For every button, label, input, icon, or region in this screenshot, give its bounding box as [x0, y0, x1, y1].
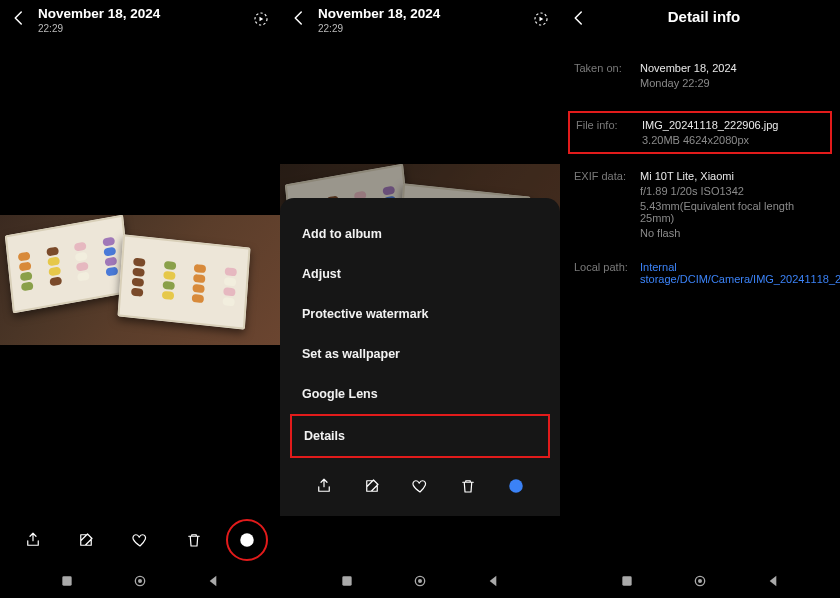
label-exif: EXIF data: [574, 170, 632, 239]
share-icon [24, 531, 42, 549]
menu-google-lens[interactable]: Google Lens [298, 374, 542, 414]
back-arrow-icon [10, 9, 28, 27]
highlight-box: Details [290, 414, 550, 458]
heart-icon [411, 477, 429, 495]
svg-rect-13 [342, 576, 351, 585]
file-size-dims: 3.20MB 4624x2080px [642, 134, 824, 146]
photo-viewport[interactable] [0, 44, 280, 516]
taken-on-day-time: Monday 22:29 [640, 77, 826, 89]
spacer [560, 307, 840, 564]
share-button[interactable] [309, 471, 339, 501]
header-text: November 18, 2024 22:29 [38, 6, 160, 34]
cast-button[interactable] [250, 8, 272, 30]
panel-more-menu: November 18, 2024 22:29 Add to album Adj [280, 0, 560, 598]
exif-lens: 5.43mm(Equivalent focal length 25mm) [640, 200, 826, 224]
delete-button[interactable] [453, 471, 483, 501]
back-button[interactable] [568, 7, 590, 29]
menu-add-to-album[interactable]: Add to album [298, 214, 542, 254]
svg-point-12 [518, 485, 520, 487]
favorite-button[interactable] [125, 525, 155, 555]
edit-button[interactable] [357, 471, 387, 501]
menu-adjust[interactable]: Adjust [298, 254, 542, 294]
more-menu-sheet: Add to album Adjust Protective watermark… [280, 198, 560, 516]
header-time: 22:29 [38, 23, 160, 34]
svg-point-7 [138, 579, 142, 583]
detail-taken-on: Taken on: November 18, 2024 Monday 22:29 [574, 62, 826, 89]
favorite-button[interactable] [405, 471, 435, 501]
nav-back[interactable] [485, 573, 501, 589]
cast-icon [532, 10, 550, 28]
detail-file-info: File info: IMG_20241118_222906.jpg 3.20M… [568, 111, 832, 154]
header: November 18, 2024 22:29 [0, 0, 280, 44]
file-name: IMG_20241118_222906.jpg [642, 119, 824, 131]
header: Detail info [560, 0, 840, 44]
edit-button[interactable] [71, 525, 101, 555]
action-bar [0, 516, 280, 564]
nav-back[interactable] [205, 573, 221, 589]
system-nav-bar [0, 564, 280, 598]
svg-point-18 [698, 579, 702, 583]
back-arrow-icon [570, 9, 588, 27]
nav-home[interactable] [412, 573, 428, 589]
header-time: 22:29 [318, 23, 440, 34]
nav-recents[interactable] [339, 573, 355, 589]
share-button[interactable] [18, 525, 48, 555]
cast-icon [252, 10, 270, 28]
header-date: November 18, 2024 [318, 6, 440, 22]
exif-flash: No flash [640, 227, 826, 239]
edit-icon [363, 477, 381, 495]
heart-icon [131, 531, 149, 549]
details-list: Taken on: November 18, 2024 Monday 22:29… [560, 44, 840, 307]
trash-icon [185, 531, 203, 549]
detail-local-path: Local path: Internal storage/DCIM/Camera… [574, 261, 826, 285]
back-arrow-icon [290, 9, 308, 27]
photo-image [0, 215, 280, 345]
value-local-path[interactable]: Internal storage/DCIM/Camera/IMG_2024111… [640, 261, 840, 285]
svg-point-3 [246, 539, 248, 541]
svg-rect-16 [622, 576, 631, 585]
label-file-info: File info: [576, 119, 634, 146]
label-taken-on: Taken on: [574, 62, 632, 89]
more-button[interactable] [232, 525, 262, 555]
page-title: Detail info [598, 8, 810, 25]
label-local-path: Local path: [574, 261, 632, 285]
svg-point-2 [243, 539, 245, 541]
taken-on-date: November 18, 2024 [640, 62, 826, 74]
value-file-info: IMG_20241118_222906.jpg 3.20MB 4624x2080… [642, 119, 824, 146]
back-button[interactable] [8, 7, 30, 29]
menu-protective-watermark[interactable]: Protective watermark [298, 294, 542, 334]
header-text: November 18, 2024 22:29 [318, 6, 440, 34]
cast-button[interactable] [530, 8, 552, 30]
panel-detail-info: Detail info Taken on: November 18, 2024 … [560, 0, 840, 598]
svg-point-11 [515, 485, 517, 487]
trash-icon [459, 477, 477, 495]
value-exif: Mi 10T Lite, Xiaomi f/1.89 1/20s ISO1342… [640, 170, 826, 239]
svg-rect-5 [62, 576, 71, 585]
menu-set-as-wallpaper[interactable]: Set as wallpaper [298, 334, 542, 374]
svg-point-4 [249, 539, 251, 541]
nav-recents[interactable] [619, 573, 635, 589]
nav-recents[interactable] [59, 573, 75, 589]
nav-home[interactable] [692, 573, 708, 589]
exif-settings: f/1.89 1/20s ISO1342 [640, 185, 826, 197]
panel-photo-view: November 18, 2024 22:29 [0, 0, 280, 598]
nav-home[interactable] [132, 573, 148, 589]
detail-exif: EXIF data: Mi 10T Lite, Xiaomi f/1.89 1/… [574, 170, 826, 239]
share-icon [315, 477, 333, 495]
header-date: November 18, 2024 [38, 6, 160, 22]
value-taken-on: November 18, 2024 Monday 22:29 [640, 62, 826, 89]
more-icon [238, 531, 256, 549]
delete-button[interactable] [179, 525, 209, 555]
menu-details[interactable]: Details [304, 424, 536, 448]
back-button[interactable] [288, 7, 310, 29]
header: November 18, 2024 22:29 [280, 0, 560, 44]
action-bar [298, 462, 542, 510]
svg-point-10 [512, 485, 514, 487]
edit-icon [77, 531, 95, 549]
more-button[interactable] [501, 471, 531, 501]
system-nav-bar [560, 564, 840, 598]
system-nav-bar [280, 564, 560, 598]
svg-point-15 [418, 579, 422, 583]
nav-back[interactable] [765, 573, 781, 589]
more-icon [507, 477, 525, 495]
